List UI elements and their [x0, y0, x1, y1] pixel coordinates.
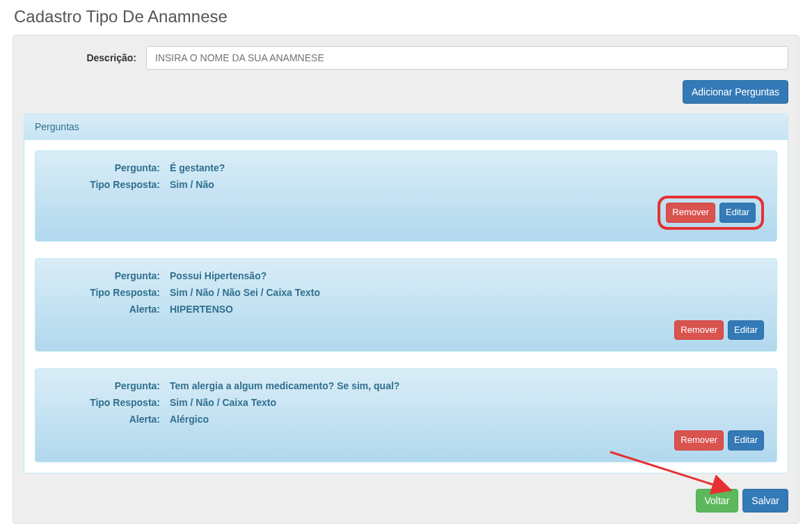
tipo-resposta-label: Tipo Resposta: [48, 179, 170, 190]
question-row: Alerta: HIPERTENSO [48, 304, 764, 315]
question-actions: Remover Editar [48, 196, 764, 230]
perguntas-panel: Perguntas Pergunta: É gestante? Tipo Res… [24, 114, 788, 474]
question-row: Pergunta: Possui Hipertensão? [48, 270, 764, 281]
pergunta-label: Pergunta: [48, 380, 170, 391]
editar-button[interactable]: Editar [719, 203, 756, 223]
question-row: Tipo Resposta: Sim / Não / Não Sei / Cai… [48, 287, 764, 298]
question-actions: Remover Editar [48, 430, 764, 451]
question-card: Pergunta: É gestante? Tipo Resposta: Sim… [35, 150, 777, 242]
adicionar-perguntas-button[interactable]: Adicionar Perguntas [683, 80, 788, 104]
pergunta-label: Pergunta: [48, 162, 170, 173]
question-card: Pergunta: Possui Hipertensão? Tipo Respo… [35, 258, 777, 352]
footer-wrap: Voltar Salvar [24, 489, 788, 513]
editar-button[interactable]: Editar [728, 320, 764, 341]
toolbar: Adicionar Perguntas [24, 80, 788, 104]
descricao-input[interactable] [146, 46, 788, 70]
callout-highlight: Remover Editar [658, 196, 764, 230]
perguntas-panel-body: Pergunta: É gestante? Tipo Resposta: Sim… [24, 140, 788, 473]
tipo-resposta-value: Sim / Não [170, 179, 214, 190]
page-title: Cadastro Tipo De Anamnese [0, 0, 812, 32]
pergunta-value: Tem alergia a algum medicamento? Se sim,… [170, 380, 399, 391]
footer-actions: Voltar Salvar [24, 489, 788, 513]
tipo-resposta-value: Sim / Não / Não Sei / Caixa Texto [170, 287, 320, 298]
pergunta-value: É gestante? [170, 162, 225, 173]
tipo-resposta-value: Sim / Não / Caixa Texto [170, 397, 276, 408]
question-row: Tipo Resposta: Sim / Não [48, 179, 764, 190]
editar-button[interactable]: Editar [728, 430, 764, 451]
alerta-label: Alerta: [48, 304, 170, 315]
pergunta-label: Pergunta: [48, 270, 170, 281]
question-row: Tipo Resposta: Sim / Não / Caixa Texto [48, 397, 764, 408]
alerta-value: Alérgico [170, 414, 209, 425]
remover-button[interactable]: Remover [666, 203, 715, 223]
pergunta-value: Possui Hipertensão? [170, 270, 266, 281]
question-row: Alerta: Alérgico [48, 414, 764, 425]
alerta-value: HIPERTENSO [170, 304, 233, 315]
tipo-resposta-label: Tipo Resposta: [48, 287, 170, 298]
perguntas-panel-heading: Perguntas [24, 114, 788, 140]
remover-button[interactable]: Remover [674, 430, 724, 451]
descricao-row: Descrição: [24, 46, 788, 70]
main-panel: Descrição: Adicionar Perguntas Perguntas… [13, 35, 799, 524]
salvar-button[interactable]: Salvar [742, 489, 788, 513]
question-card: Pergunta: Tem alergia a algum medicament… [35, 368, 777, 462]
remover-button[interactable]: Remover [674, 320, 724, 341]
alerta-label: Alerta: [48, 414, 170, 425]
question-row: Pergunta: É gestante? [48, 162, 764, 173]
tipo-resposta-label: Tipo Resposta: [48, 397, 170, 408]
question-actions: Remover Editar [48, 320, 764, 341]
question-row: Pergunta: Tem alergia a algum medicament… [48, 380, 764, 391]
voltar-button[interactable]: Voltar [696, 489, 739, 513]
descricao-label: Descrição: [24, 52, 146, 63]
